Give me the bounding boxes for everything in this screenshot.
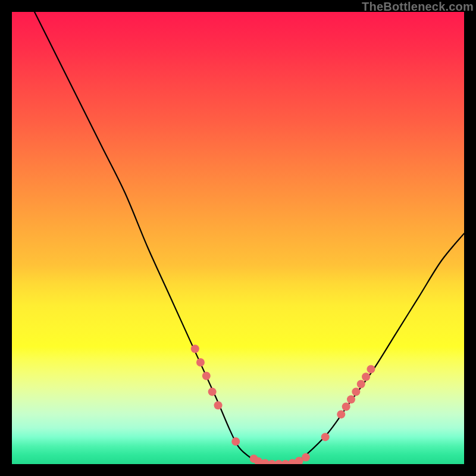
data-marker	[357, 380, 365, 388]
chart-plot-area	[12, 12, 464, 464]
data-marker	[191, 345, 199, 353]
data-marker	[231, 437, 240, 446]
data-marker	[337, 410, 345, 418]
data-marker	[321, 433, 330, 441]
data-marker	[367, 365, 375, 373]
data-marker	[352, 387, 360, 396]
data-marker	[342, 402, 350, 411]
data-marker	[302, 453, 310, 462]
chart-frame: TheBottleneck.com	[0, 0, 476, 476]
data-marker	[362, 372, 370, 381]
marker-layer	[12, 12, 464, 464]
data-marker	[202, 372, 211, 380]
data-marker	[214, 401, 223, 409]
data-marker	[196, 358, 205, 367]
watermark-text: TheBottleneck.com	[362, 0, 474, 14]
data-marker	[347, 395, 355, 403]
data-marker	[208, 387, 217, 396]
